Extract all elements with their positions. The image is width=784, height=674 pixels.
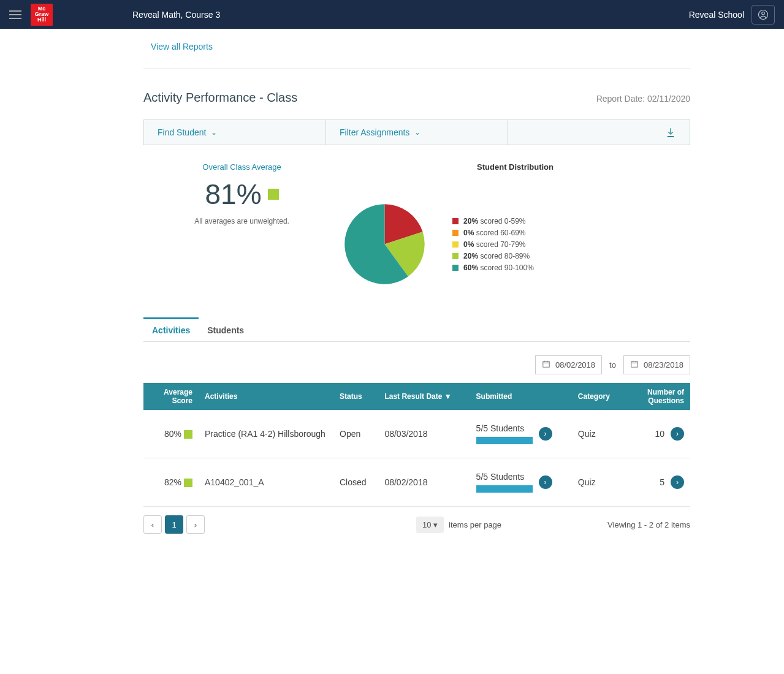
main-content: View all Reports Activity Performance - … — [135, 29, 699, 558]
col-status[interactable]: Status — [333, 383, 378, 410]
pagination: ‹ 1 › 10 ▾ items per page Viewing 1 - 2 … — [143, 515, 690, 534]
table-row: 82% A10402_001_A Closed 08/02/2018 5/5 S… — [143, 458, 690, 507]
cell-category: Quiz — [572, 458, 623, 507]
col-avg-score[interactable]: Average Score — [143, 383, 199, 410]
cell-submitted: 5/5 Students › — [470, 458, 572, 507]
chevron-down-icon: ⌄ — [414, 128, 421, 137]
legend-item: 60% scored 90-100% — [452, 263, 534, 272]
col-num-questions[interactable]: Number of Questions — [623, 383, 690, 410]
cell-status: Open — [333, 410, 378, 458]
submitted-detail-button[interactable]: › — [539, 427, 552, 441]
filter-bar: Find Student ⌄ Filter Assignments ⌄ — [143, 119, 690, 145]
row-detail-button[interactable]: › — [671, 475, 684, 489]
avg-color-square — [268, 189, 279, 200]
date-to-label: to — [609, 360, 616, 369]
date-from-value: 08/02/2018 — [555, 360, 595, 369]
submitted-detail-button[interactable]: › — [539, 475, 552, 489]
col-last-result[interactable]: Last Result Date ▼ — [378, 383, 470, 410]
date-range-row: 08/02/2018 to 08/23/2018 — [143, 355, 690, 374]
col-activities[interactable]: Activities — [199, 383, 333, 410]
legend-text: 20% scored 80-89% — [463, 252, 530, 260]
legend-text: 20% scored 0-59% — [463, 217, 525, 225]
svg-rect-3 — [631, 362, 638, 367]
cell-score: 80% — [143, 410, 199, 458]
distribution-title: Student Distribution — [477, 162, 554, 172]
legend-color-square — [452, 265, 459, 271]
legend-text: 0% scored 60-69% — [463, 229, 525, 237]
table-row: 80% Practice (RA1 4-2) Hillsborough Open… — [143, 410, 690, 458]
date-to-value: 08/23/2018 — [644, 360, 683, 369]
svg-point-1 — [762, 12, 765, 15]
cell-status: Closed — [333, 458, 378, 507]
report-date: Report Date: 02/11/2020 — [596, 94, 690, 104]
tabs: Activities Students — [143, 319, 690, 342]
score-color-square — [184, 479, 192, 487]
cell-questions: 5› — [623, 458, 690, 507]
find-student-label: Find Student — [158, 127, 206, 137]
app-header: Mc Graw Hill Reveal Math, Course 3 Revea… — [0, 0, 784, 29]
cell-category: Quiz — [572, 410, 623, 458]
menu-icon[interactable] — [9, 10, 21, 19]
legend-item: 0% scored 70-79% — [452, 240, 534, 249]
col-submitted[interactable]: Submitted — [470, 383, 572, 410]
avg-value-row: 81% — [205, 178, 279, 211]
date-to-input[interactable]: 08/23/2018 — [623, 355, 690, 374]
legend-item: 0% scored 60-69% — [452, 229, 534, 237]
cell-activity[interactable]: A10402_001_A — [199, 458, 333, 507]
submitted-bar — [476, 485, 533, 493]
summary-section: Overall Class Average 81% All averages a… — [143, 162, 690, 289]
score-color-square — [184, 430, 192, 439]
course-title: Reveal Math, Course 3 — [132, 10, 220, 20]
cell-activity[interactable]: Practice (RA1 4-2) Hillsborough — [199, 410, 333, 458]
legend-color-square — [452, 241, 459, 248]
avg-value: 81% — [205, 178, 262, 211]
submitted-bar — [476, 437, 533, 444]
legend-color-square — [452, 230, 459, 236]
divider — [143, 68, 690, 69]
page-1-button[interactable]: 1 — [165, 515, 183, 534]
avg-label: Overall Class Average — [143, 162, 340, 172]
calendar-icon — [542, 360, 550, 370]
legend-color-square — [452, 218, 459, 224]
cell-score: 82% — [143, 458, 199, 507]
distribution-block: Student Distribution 20% scored 0-59%0% … — [340, 162, 690, 289]
avg-note: All averages are unweighted. — [143, 217, 340, 225]
mcgrawhill-logo[interactable]: Mc Graw Hill — [31, 4, 53, 26]
items-per-page-select[interactable]: 10 ▾ — [416, 517, 444, 533]
pie-chart — [340, 200, 429, 289]
logo-text: Hill — [37, 17, 46, 23]
user-icon — [758, 9, 769, 20]
school-name: Reveal School — [689, 10, 744, 20]
legend-item: 20% scored 0-59% — [452, 217, 534, 225]
filter-assignments-dropdown[interactable]: Filter Assignments ⌄ — [326, 120, 508, 145]
col-category[interactable]: Category — [572, 383, 623, 410]
find-student-dropdown[interactable]: Find Student ⌄ — [144, 120, 326, 145]
calendar-icon — [630, 360, 639, 370]
tab-activities[interactable]: Activities — [143, 317, 199, 341]
user-menu-button[interactable] — [752, 5, 775, 25]
cell-date: 08/03/2018 — [378, 410, 470, 458]
viewing-text: Viewing 1 - 2 of 2 items — [607, 520, 690, 529]
legend-text: 0% scored 70-79% — [463, 240, 525, 249]
tab-students[interactable]: Students — [199, 319, 253, 341]
view-all-reports-link[interactable]: View all Reports — [151, 42, 213, 51]
filter-assignments-label: Filter Assignments — [340, 127, 409, 137]
items-per-page-label: items per page — [449, 520, 501, 529]
cell-questions: 10› — [623, 410, 690, 458]
date-from-input[interactable]: 08/02/2018 — [535, 355, 602, 374]
legend-text: 60% scored 90-100% — [463, 263, 534, 272]
download-button[interactable] — [508, 120, 690, 145]
legend-item: 20% scored 80-89% — [452, 252, 534, 260]
page-next-button[interactable]: › — [186, 515, 205, 534]
legend-color-square — [452, 253, 459, 259]
chevron-down-icon: ⌄ — [211, 128, 217, 137]
row-detail-button[interactable]: › — [671, 427, 684, 441]
page-prev-button[interactable]: ‹ — [143, 515, 162, 534]
cell-date: 08/02/2018 — [378, 458, 470, 507]
page-title: Activity Performance - Class — [143, 91, 297, 105]
chart-legend: 20% scored 0-59%0% scored 60-69%0% score… — [452, 214, 534, 275]
svg-rect-2 — [543, 362, 550, 367]
cell-submitted: 5/5 Students › — [470, 410, 572, 458]
class-average-block: Overall Class Average 81% All averages a… — [143, 162, 340, 225]
download-icon — [665, 127, 676, 138]
